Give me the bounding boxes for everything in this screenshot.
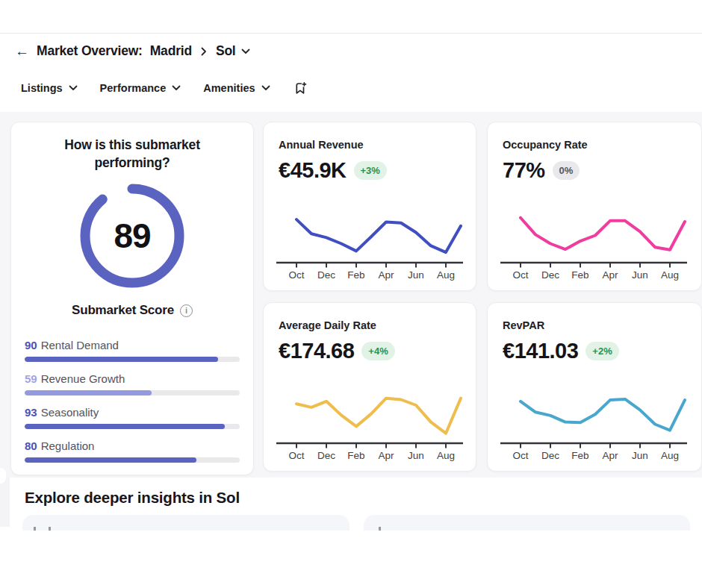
sparkline-chart: OctDecFebAprJunAug: [500, 212, 690, 284]
metric-card-value: €174.68: [279, 339, 354, 363]
insight-card-right[interactable]: [364, 515, 690, 531]
metric-card-occupancy-rate: Occupancy Rate 77% 0% OctDecFebAprJunAug: [487, 122, 702, 291]
x-tick-label: Apr: [378, 450, 394, 461]
page-title: Market Overview:: [37, 43, 143, 59]
listings-dropdown-label: Listings: [21, 82, 63, 94]
metric-card-average-daily-rate: Average Daily Rate €174.68 +4% OctDecFeb…: [263, 302, 476, 472]
score-label-row: Submarket Score i: [11, 303, 253, 318]
insights-section: [0, 515, 702, 531]
clipped-text-fragment: [379, 527, 381, 531]
amenities-dropdown[interactable]: Amenities: [203, 82, 270, 94]
submarket-score-value: 89: [78, 181, 187, 290]
performance-dropdown[interactable]: Performance: [100, 82, 181, 94]
info-icon[interactable]: i: [180, 304, 193, 317]
metric-bar-fill: [25, 424, 225, 429]
sparkline-path: [521, 218, 685, 250]
metric-bar-fill: [25, 457, 196, 463]
delta-badge: +4%: [361, 342, 394, 360]
sparkline-path: [296, 398, 461, 434]
metric-score: 93: [25, 406, 37, 419]
back-arrow-button[interactable]: ←: [15, 44, 29, 58]
metric-card-value: €45.9K: [279, 158, 347, 183]
metric-value-row: €45.9K +3%: [279, 158, 387, 183]
delta-badge: +3%: [354, 161, 387, 180]
chevron-down-icon: [69, 85, 78, 91]
metric-bar-fill: [25, 390, 152, 395]
x-tick-label: Oct: [512, 450, 528, 461]
x-tick-label: Dec: [541, 450, 559, 461]
x-tick-label: Dec: [317, 269, 335, 281]
x-tick-label: Feb: [571, 450, 588, 461]
x-tick-label: Apr: [602, 450, 618, 461]
metric-bar-fill: [25, 357, 218, 362]
metric-score: 90: [25, 339, 37, 351]
score-metrics-list: 90Rental Demand 59Revenue Growth 93Seaso…: [25, 337, 240, 472]
metric-bar-track: [25, 390, 240, 395]
amenities-dropdown-label: Amenities: [203, 82, 255, 94]
metric-score: 59: [25, 372, 37, 385]
sparkline-path: [296, 219, 461, 252]
filter-toolbar: Listings Performance Amenities: [21, 81, 308, 96]
header-divider: [0, 33, 702, 34]
x-tick-label: Dec: [317, 450, 335, 461]
chevron-down-icon: [261, 85, 270, 91]
metric-card-revpar: RevPAR €141.03 +2% OctDecFebAprJunAug: [487, 302, 702, 472]
metric-row-seasonality: 93Seasonality: [25, 404, 240, 429]
x-tick-label: Aug: [661, 450, 679, 461]
submarket-dropdown[interactable]: Sol: [216, 43, 250, 59]
page-header: ← Market Overview: Madrid Sol: [15, 43, 250, 59]
sparkline-chart: OctDecFebAprJunAug: [500, 392, 690, 464]
x-tick-label: Apr: [378, 269, 394, 281]
insights-heading: Explore deeper insights in Sol: [25, 489, 240, 507]
x-tick-label: Aug: [437, 450, 455, 461]
x-tick-label: Feb: [571, 269, 588, 281]
submarket-score-card: How is this submarket performing? 89 Sub…: [10, 122, 254, 475]
delta-badge: +2%: [585, 342, 618, 360]
chevron-right-icon: [201, 47, 207, 56]
clipped-text-fragment: [34, 527, 36, 531]
metric-value-row: €174.68 +4%: [279, 339, 395, 363]
x-tick-label: Feb: [347, 450, 364, 461]
metric-card-title: Annual Revenue: [279, 139, 364, 151]
sparkline-chart: OctDecFebAprJunAug: [276, 392, 466, 464]
x-tick-label: Jun: [408, 269, 424, 281]
bookmark-add-button[interactable]: [293, 81, 308, 96]
metric-label: 80Regulation: [25, 438, 240, 454]
metric-name: Rental Demand: [41, 339, 119, 351]
metric-label: 59Revenue Growth: [25, 371, 240, 387]
metric-name: Seasonality: [41, 406, 99, 419]
x-tick-label: Feb: [347, 269, 364, 281]
metric-card-value: 77%: [503, 158, 545, 183]
x-tick-label: Oct: [512, 269, 528, 281]
breadcrumb-submarket: Sol: [216, 43, 236, 59]
x-tick-label: Aug: [661, 269, 679, 281]
bookmark-add-icon: [293, 81, 308, 96]
x-tick-label: Aug: [437, 269, 455, 281]
x-tick-label: Jun: [632, 450, 648, 461]
chevron-down-icon: [172, 85, 181, 91]
metric-row-regulation: 80Regulation: [25, 438, 240, 463]
x-tick-label: Jun: [632, 269, 648, 281]
app-window: ← Market Overview: Madrid Sol Listings P…: [0, 0, 702, 588]
clipped-text-fragment: [49, 527, 51, 531]
metric-card-value: €141.03: [503, 339, 578, 363]
metric-row-revenue-growth: 59Revenue Growth: [25, 371, 240, 395]
metric-name: Revenue Growth: [41, 372, 125, 385]
delta-badge: 0%: [553, 161, 580, 180]
insight-card-left[interactable]: [22, 515, 350, 531]
metric-score: 80: [25, 440, 37, 452]
submarket-score-label: Submarket Score: [72, 303, 174, 318]
submarket-score-gauge: 89: [78, 181, 187, 290]
metric-card-annual-revenue: Annual Revenue €45.9K +3% OctDecFebAprJu…: [263, 122, 476, 291]
x-tick-label: Jun: [408, 450, 424, 461]
sparkline-path: [521, 399, 685, 431]
performance-dropdown-label: Performance: [100, 82, 167, 94]
listings-dropdown[interactable]: Listings: [21, 82, 78, 94]
metric-card-title: Average Daily Rate: [279, 319, 376, 331]
chevron-down-icon: [241, 49, 250, 54]
breadcrumb-market: Madrid: [150, 43, 192, 59]
x-tick-label: Oct: [288, 269, 304, 281]
x-tick-label: Dec: [541, 269, 559, 281]
metric-bar-track: [25, 424, 240, 429]
metric-value-row: €141.03 +2%: [503, 339, 619, 363]
